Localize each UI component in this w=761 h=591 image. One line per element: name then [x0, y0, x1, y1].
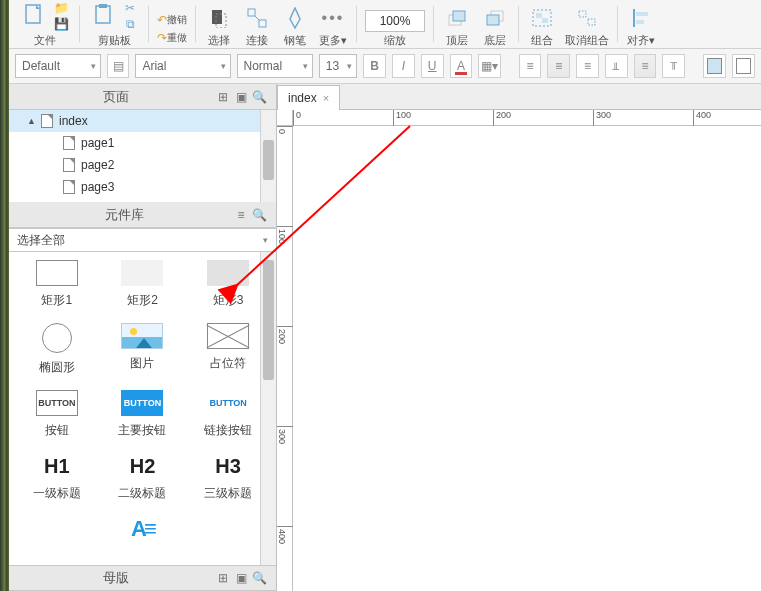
undo-group[interactable]: ↶ 撤销 ↷ 重做	[153, 0, 191, 48]
page-icon	[63, 136, 75, 150]
front-tool[interactable]: 顶层	[438, 0, 476, 48]
valign-bot-button[interactable]: ⫪	[662, 54, 685, 78]
redo-button[interactable]: ↷ 重做	[157, 30, 187, 46]
file-label: 文件	[34, 32, 56, 46]
page-icon	[63, 158, 75, 172]
valign-mid-button[interactable]: ≡	[634, 54, 657, 78]
back-tool[interactable]: 底层	[476, 0, 514, 48]
ungroup-icon[interactable]	[572, 4, 602, 32]
widget-sh-btn3[interactable]: BUTTON链接按钮	[190, 390, 266, 439]
align-center-button[interactable]: ≡	[547, 54, 570, 78]
pages-panel-header: 页面 ⊞ ▣ 🔍	[9, 84, 276, 110]
search-library-icon[interactable]: 🔍	[250, 206, 268, 224]
widget-sh-circle[interactable]: 椭圆形	[19, 323, 95, 376]
cut-icon[interactable]: ✂	[120, 0, 140, 16]
add-master-folder-icon[interactable]: ▣	[232, 569, 250, 587]
search-masters-icon[interactable]: 🔍	[250, 569, 268, 587]
add-master-icon[interactable]: ⊞	[214, 569, 232, 587]
more-text-button[interactable]: ▦▾	[478, 54, 501, 78]
connect-icon[interactable]	[242, 4, 272, 32]
search-pages-icon[interactable]: 🔍	[250, 88, 268, 106]
copy-icon[interactable]: ⧉	[120, 16, 140, 32]
more-tool[interactable]: ••• 更多▾	[314, 0, 352, 48]
new-file-icon[interactable]	[19, 0, 49, 28]
add-folder-icon[interactable]: ▣	[232, 88, 250, 106]
text-color-button[interactable]: A	[450, 54, 473, 78]
fill-color-button[interactable]	[703, 54, 726, 78]
page-row-index[interactable]: ▲index	[9, 110, 276, 132]
pages-tree: ▲indexpage1page2page3	[9, 110, 276, 202]
valign-top-button[interactable]: ⫫	[605, 54, 628, 78]
file-group[interactable]: 📁 💾 文件	[15, 0, 75, 48]
align-icon[interactable]	[626, 4, 656, 32]
ungroup-tool[interactable]: 取消组合	[561, 0, 613, 48]
align-left-button[interactable]: ≡	[519, 54, 542, 78]
paste-icon[interactable]	[88, 0, 118, 28]
clipboard-label: 剪贴板	[98, 32, 131, 46]
left-panel: 页面 ⊞ ▣ 🔍 ▲indexpage1page2page3 元件库 ≡ 🔍 选…	[9, 84, 277, 591]
page-icon	[63, 180, 75, 194]
pages-scrollbar[interactable]	[260, 110, 276, 202]
style-manage-icon[interactable]: ▤	[107, 54, 130, 78]
widget-sh-h[interactable]: H2二级标题	[105, 453, 181, 502]
page-row-page2[interactable]: page2	[9, 154, 276, 176]
widget-sh-btn1[interactable]: BUTTON按钮	[19, 390, 95, 439]
svg-rect-11	[487, 15, 499, 25]
ruler-corner	[277, 110, 293, 126]
svg-rect-2	[99, 4, 107, 8]
widget-sh-btn2[interactable]: BUTTON主要按钮	[105, 390, 181, 439]
widget-sh-rect3[interactable]: 矩形3	[190, 260, 266, 309]
svg-rect-3	[212, 10, 222, 24]
page-row-page1[interactable]: page1	[9, 132, 276, 154]
size-combo[interactable]: 13	[319, 54, 358, 78]
back-icon[interactable]	[480, 4, 510, 32]
masters-panel-header: 母版 ⊞ ▣ 🔍	[9, 565, 276, 591]
library-panel-header: 元件库 ≡ 🔍	[9, 202, 276, 228]
library-filter[interactable]: 选择全部 ▾	[9, 228, 276, 252]
weight-combo[interactable]: Normal	[237, 54, 313, 78]
zoom-input[interactable]: 100%	[365, 10, 425, 32]
svg-rect-19	[636, 20, 644, 24]
front-icon[interactable]	[442, 4, 472, 32]
undo-button[interactable]: ↶ 撤销	[157, 12, 187, 28]
align-tool[interactable]: 对齐▾	[622, 0, 660, 48]
italic-button[interactable]: I	[392, 54, 415, 78]
page-row-page3[interactable]: page3	[9, 176, 276, 198]
select-tool[interactable]: 选择	[200, 0, 238, 48]
group-tool[interactable]: 组合	[523, 0, 561, 48]
widget-sh-ph[interactable]: 占位符	[190, 323, 266, 376]
widget-sh-rect1[interactable]: 矩形1	[19, 260, 95, 309]
widget-library: 矩形1矩形2矩形3椭圆形图片占位符BUTTON按钮BUTTON主要按钮BUTTO…	[9, 252, 276, 565]
align-right-button[interactable]: ≡	[576, 54, 599, 78]
tab-index[interactable]: index ×	[277, 85, 340, 110]
svg-rect-15	[579, 11, 586, 17]
clipboard-group[interactable]: ✂ ⧉ 剪贴板	[84, 0, 144, 48]
svg-rect-13	[536, 13, 542, 18]
widget-sh-h[interactable]: H3三级标题	[190, 453, 266, 502]
add-page-icon[interactable]: ⊞	[214, 88, 232, 106]
library-scrollbar[interactable]	[260, 252, 276, 565]
close-tab-icon[interactable]: ×	[323, 92, 329, 104]
font-combo[interactable]: Arial	[135, 54, 230, 78]
widget-sh-img[interactable]: 图片	[105, 323, 181, 376]
design-canvas[interactable]	[293, 126, 761, 591]
bold-button[interactable]: B	[363, 54, 386, 78]
select-icon[interactable]	[204, 4, 234, 32]
more-icon[interactable]: •••	[318, 4, 348, 32]
line-color-button[interactable]	[732, 54, 755, 78]
pen-tool[interactable]: 钢笔	[276, 0, 314, 48]
svg-rect-5	[248, 9, 255, 16]
style-combo[interactable]: Default	[15, 54, 101, 78]
zoom-group[interactable]: 100% 缩放	[361, 0, 429, 48]
open-icon[interactable]: 📁	[51, 0, 71, 16]
connect-tool[interactable]: 连接	[238, 0, 276, 48]
underline-button[interactable]: U	[421, 54, 444, 78]
widget-paragraph[interactable]: A≡	[105, 516, 181, 542]
save-icon[interactable]: 💾	[51, 16, 71, 32]
library-menu-icon[interactable]: ≡	[232, 206, 250, 224]
svg-rect-16	[588, 19, 595, 25]
pen-icon[interactable]	[280, 4, 310, 32]
widget-sh-rect2[interactable]: 矩形2	[105, 260, 181, 309]
group-icon[interactable]	[527, 4, 557, 32]
widget-sh-h[interactable]: H1一级标题	[19, 453, 95, 502]
